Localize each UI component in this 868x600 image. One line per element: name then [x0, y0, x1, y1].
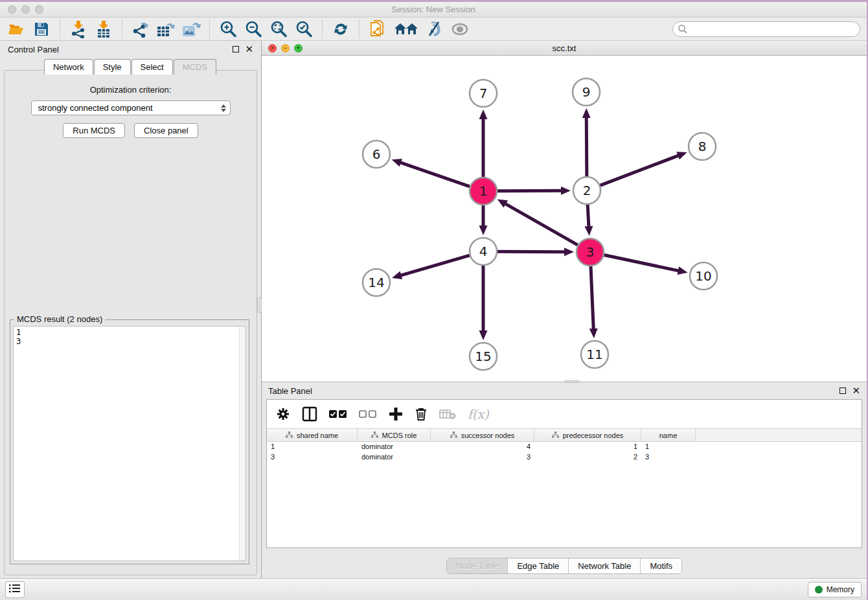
- table-cell[interactable]: 1: [534, 442, 641, 452]
- home-layout-icon[interactable]: [393, 20, 419, 38]
- import-table-icon[interactable]: [94, 20, 113, 38]
- open-session-icon[interactable]: [6, 20, 26, 38]
- float-table-panel-icon[interactable]: [839, 387, 846, 394]
- select-stepper-icon: [221, 104, 226, 112]
- zoom-fit-icon[interactable]: [269, 20, 288, 38]
- apply-function-icon[interactable]: f(x): [468, 407, 489, 421]
- table-options-gear-icon[interactable]: [276, 407, 290, 421]
- control-tab-select[interactable]: Select: [131, 59, 173, 75]
- table-cell[interactable]: 4: [431, 442, 534, 452]
- graph-node-label: 11: [586, 347, 602, 362]
- edge-2-9[interactable]: [586, 117, 587, 176]
- save-session-icon[interactable]: [32, 20, 51, 38]
- delete-table-icon[interactable]: [439, 408, 456, 420]
- table-cell[interactable]: 3: [431, 452, 534, 463]
- network-minimize-button[interactable]: −: [281, 44, 290, 52]
- table-tab-control: Node TableEdge TableNetwork TableMotifs: [446, 558, 682, 574]
- column-header-name[interactable]: name: [641, 429, 696, 441]
- criterion-select[interactable]: strongly connected component: [31, 100, 231, 115]
- table-row[interactable]: 1dominator411: [267, 442, 862, 452]
- import-network-icon[interactable]: [69, 20, 88, 38]
- table-cell[interactable]: dominator: [358, 452, 431, 463]
- table-tab-motifs[interactable]: Motifs: [641, 559, 681, 573]
- memory-button[interactable]: Memory: [808, 582, 862, 597]
- edge-3-11[interactable]: [591, 266, 593, 330]
- control-tab-style[interactable]: Style: [94, 59, 131, 75]
- table-row[interactable]: 3dominator323: [267, 452, 862, 463]
- network-maximize-button[interactable]: +: [294, 44, 303, 52]
- edge-1-2[interactable]: [497, 190, 562, 191]
- table-tab-edge-table[interactable]: Edge Table: [508, 559, 569, 573]
- refresh-icon[interactable]: [331, 20, 350, 38]
- column-header-successor-nodes[interactable]: successor nodes: [431, 429, 534, 441]
- zoom-in-icon[interactable]: [218, 20, 238, 38]
- network-canvas[interactable]: 7968124314101511: [262, 56, 867, 382]
- table-panel: Table Panel ✕: [262, 382, 867, 578]
- task-history-button[interactable]: [5, 581, 25, 598]
- show-graphics-eye-icon[interactable]: [450, 20, 470, 38]
- zoom-selected-icon[interactable]: [294, 20, 314, 38]
- table-tab-node-table[interactable]: Node Table: [447, 559, 508, 573]
- edge-arrowhead: [392, 271, 402, 279]
- titlebar: Session: New Session: [0, 2, 867, 17]
- application-window: Session: New Session: [0, 2, 867, 600]
- search-icon: [678, 24, 688, 37]
- table-cell[interactable]: 3: [267, 452, 358, 463]
- float-panel-icon[interactable]: [233, 46, 239, 52]
- export-network-icon[interactable]: [131, 20, 150, 38]
- edge-4-3[interactable]: [497, 251, 565, 252]
- mcds-result-group: MCDS result (2 nodes) 13: [10, 319, 249, 564]
- table-cell[interactable]: 2: [534, 452, 641, 463]
- hide-labels-icon[interactable]: [425, 20, 444, 38]
- edge-arrowhead: [479, 330, 488, 340]
- table-tab-network-table[interactable]: Network Table: [569, 559, 641, 573]
- deselect-all-checkboxes-icon[interactable]: [359, 410, 377, 419]
- close-panel-button[interactable]: Close panel: [134, 123, 198, 138]
- mcds-result-textarea[interactable]: 13: [13, 326, 246, 561]
- table-cell[interactable]: 1: [267, 442, 358, 452]
- edge-2-3[interactable]: [588, 205, 589, 227]
- graph-node-label: 7: [479, 86, 488, 101]
- network-graph[interactable]: 7968124314101511: [262, 56, 864, 382]
- run-mcds-button[interactable]: Run MCDS: [63, 123, 125, 138]
- edge-3-10[interactable]: [604, 255, 680, 271]
- edge-2-8[interactable]: [600, 156, 680, 186]
- table-cell[interactable]: dominator: [358, 442, 431, 452]
- horizontal-splitter-grip[interactable]: [564, 380, 580, 383]
- close-table-panel-icon[interactable]: ✕: [852, 387, 860, 394]
- edge-arrowhead: [678, 266, 688, 275]
- column-header-shared-name[interactable]: shared name: [267, 429, 358, 441]
- workspace: Control Panel ✕ NetworkStyleSelectMCDS O…: [0, 41, 867, 578]
- main-toolbar: [0, 17, 867, 41]
- table-panel-title: Table Panel: [268, 386, 312, 396]
- list-icon: [9, 584, 21, 595]
- delete-column-icon[interactable]: [415, 407, 428, 421]
- toolbar-separator: [122, 20, 122, 38]
- edge-1-6[interactable]: [400, 162, 470, 186]
- table-toolbar: f(x): [267, 400, 862, 428]
- panel-splitter-grip[interactable]: [257, 297, 262, 313]
- control-tab-mcds[interactable]: MCDS: [174, 59, 216, 75]
- network-close-button[interactable]: ×: [268, 44, 277, 52]
- search-input[interactable]: [672, 21, 860, 37]
- table-rows: 1dominator4113dominator323: [267, 442, 862, 548]
- copy-network-icon[interactable]: [368, 20, 387, 38]
- node-table-container: f(x) shared nameMCDS rolesuccessor nodes…: [266, 399, 862, 548]
- column-header-MCDS-role[interactable]: MCDS role: [358, 429, 431, 441]
- select-all-checkboxes-icon[interactable]: [329, 410, 347, 419]
- table-cell[interactable]: 1: [641, 442, 696, 452]
- control-tab-network[interactable]: Network: [44, 59, 93, 75]
- split-panel-icon[interactable]: [302, 406, 317, 422]
- column-header-predecessor-nodes[interactable]: predecessor nodes: [534, 429, 641, 441]
- result-scrollbar[interactable]: [239, 327, 246, 560]
- export-image-icon[interactable]: [181, 20, 201, 38]
- optimization-criterion-label: Optimization criterion:: [5, 85, 257, 95]
- edge-arrowhead: [676, 152, 687, 159]
- close-panel-icon[interactable]: ✕: [245, 46, 253, 52]
- edge-3-1[interactable]: [505, 203, 578, 245]
- add-column-icon[interactable]: [389, 407, 403, 421]
- zoom-out-icon[interactable]: [244, 20, 263, 38]
- export-table-icon[interactable]: [156, 20, 176, 38]
- table-cell[interactable]: 3: [641, 452, 696, 463]
- edge-4-14[interactable]: [400, 255, 469, 275]
